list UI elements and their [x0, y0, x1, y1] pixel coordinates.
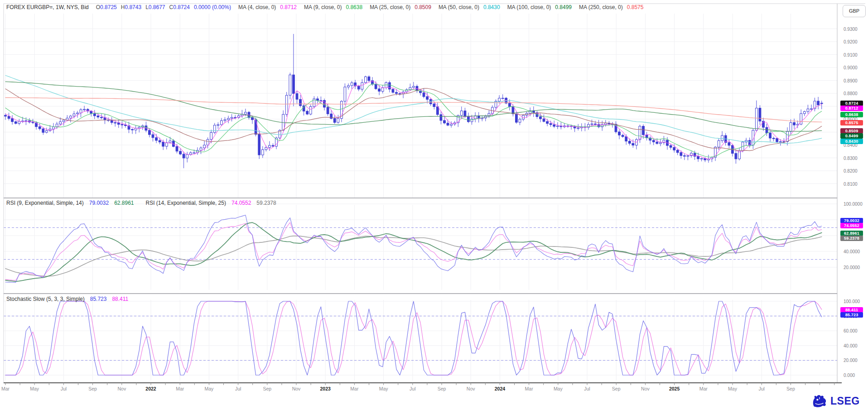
price-axis-label: 0.8100	[844, 182, 858, 187]
chart-legend: FOREX EURGBP=, 1W, NYS, Bid O0.8725H0.87…	[6, 4, 643, 10]
price-badge: 0.8430	[840, 139, 863, 144]
lseg-logo-text: LSEG	[830, 395, 860, 407]
rsi-title-part: 59.2378	[256, 200, 276, 206]
ma-legend-item: MA (25, close, 0)0.8509	[370, 4, 431, 10]
time-axis-label: Sep	[438, 386, 446, 391]
stoch-badge: 85.723	[840, 312, 863, 318]
time-axis-label: Mar	[525, 386, 533, 391]
price-axis-label: 0.8200	[844, 169, 858, 174]
ohlc-item: L0.8677	[145, 4, 165, 10]
ma-label: MA (50, close, 0)	[439, 4, 479, 10]
time-axis-label: Jul	[758, 386, 764, 391]
ohlc-key: L	[145, 4, 149, 10]
price-badge: 0.8499	[840, 133, 863, 139]
currency-axis-button[interactable]: GBP	[843, 5, 866, 17]
time-axis-label: Sep	[263, 386, 271, 391]
stoch-title-part: Stochastic Slow (5, 3, 3, Simple)	[6, 296, 85, 302]
ohlc-item: C0.8724	[169, 4, 190, 10]
rsi-title-part: RSI (9, Exponential, Simple, 14)	[6, 200, 84, 206]
ma-label: MA (4, close, 0)	[238, 4, 276, 10]
ma-legend-item: MA (250, close, 0)0.8575	[579, 4, 643, 10]
time-axis-label: Mar	[699, 386, 708, 391]
ma-legend-item: MA (4, close, 0)0.8712	[238, 4, 297, 10]
time-axis-label: Sep	[612, 386, 621, 391]
rsi-title-part: RSI (14, Exponential, Simple, 25)	[146, 200, 226, 206]
price-axis-label: 0.8300	[844, 156, 858, 161]
price-axis-label: 0.9100	[844, 53, 858, 58]
rsi-badge: 59.2378	[840, 236, 863, 241]
stoch-title-part: 85.723	[90, 296, 107, 302]
ma-label: MA (25, close, 0)	[370, 4, 410, 10]
change-value: 0.0000 (0.00%)	[194, 4, 231, 10]
time-axis-label: 2024	[495, 386, 505, 391]
lseg-logo: LSEG	[811, 394, 860, 408]
time-axis-label: 2023	[320, 386, 331, 391]
price-badge: 0.8712	[840, 106, 863, 111]
rsi-axis-label: 20.0000	[844, 265, 860, 270]
time-axis-label: Nov	[467, 386, 475, 391]
time-axis-label: 2025	[669, 386, 680, 391]
ma-legend-item: MA (9, close, 0)0.8638	[304, 4, 362, 10]
ma-value: 0.8575	[627, 4, 644, 10]
ma-legend: MA (4, close, 0)0.8712MA (9, close, 0)0.…	[238, 4, 644, 10]
ma-value: 0.8499	[555, 4, 572, 10]
rsi-title-part: 79.0032	[89, 200, 109, 206]
ohlc-item: H0.8743	[121, 4, 141, 10]
ma-label: MA (100, close, 0)	[507, 4, 551, 10]
time-axis-label: May	[728, 386, 737, 391]
time-axis-label: Mar	[1, 386, 10, 391]
time-axis-label: Jul	[410, 386, 415, 391]
price-axis-label: 0.9300	[844, 27, 858, 32]
time-axis-label: Jul	[584, 386, 590, 391]
time-axis-label: 2022	[145, 386, 156, 391]
rsi-axis-label: 40.0000	[844, 249, 860, 254]
time-axis-label: May	[30, 386, 39, 391]
time-axis-label: Sep	[786, 386, 795, 391]
ma-value: 0.8430	[483, 4, 500, 10]
charting-app-window: FOREX EURGBP=, 1W, NYS, Bid O0.8725H0.87…	[0, 0, 868, 410]
ohlc-value: 0.8677	[149, 4, 165, 10]
price-badge: 0.8575	[840, 120, 863, 125]
ohlc-key: O	[96, 4, 100, 10]
stoch-title-part: 88.411	[112, 296, 128, 302]
price-axis-label: 0.8900	[844, 78, 858, 83]
rsi-badge: 74.0552	[840, 223, 863, 228]
ma-label: MA (9, close, 0)	[304, 4, 342, 10]
time-axis-label: Mar	[176, 386, 184, 391]
ohlc-value: 0.8725	[100, 4, 117, 10]
ohlc-key: C	[169, 4, 174, 10]
ohlc-item: O0.8725	[96, 4, 117, 10]
stoch-axis-label: 60.000	[844, 328, 858, 333]
time-axis-label: Nov	[117, 386, 126, 391]
rsi-pane-title: RSI (9, Exponential, Simple, 14)79.00326…	[6, 200, 276, 206]
instrument-title: FOREX EURGBP=, 1W, NYS, Bid	[6, 4, 89, 10]
stoch-axis-label: 0.000	[844, 373, 855, 378]
time-axis-label: Nov	[641, 386, 650, 391]
lseg-crest-icon	[811, 394, 828, 408]
rsi-title-part: 74.0552	[231, 200, 251, 206]
ohlc-values: O0.8725H0.8743L0.8677C0.87240.0000 (0.00…	[96, 4, 231, 10]
time-axis-label: Nov	[292, 386, 301, 391]
price-badge: 0.8638	[840, 112, 863, 117]
stoch-axis-label: 20.000	[844, 358, 858, 363]
stoch-axis-label: 40.000	[844, 343, 858, 348]
ohlc-value: 0.8743	[125, 4, 141, 10]
price-axis-label: 0.9200	[844, 39, 858, 44]
ohlc-value: 0.8724	[173, 4, 190, 10]
rsi-axis-label: 100.0000	[844, 202, 863, 207]
ma-legend-item: MA (100, close, 0)0.8499	[507, 4, 572, 10]
rsi-title-part: 62.8961	[114, 200, 134, 206]
price-axis-label: 0.8800	[844, 91, 858, 96]
ma-label: MA (250, close, 0)	[579, 4, 623, 10]
time-axis-label: Jul	[235, 386, 241, 391]
stoch-pane-title: Stochastic Slow (5, 3, 3, Simple)85.7238…	[6, 296, 128, 302]
time-axis-label: Sep	[88, 386, 97, 391]
stoch-axis-label: 100.000	[844, 299, 860, 304]
ma-value: 0.8712	[280, 4, 297, 10]
price-axis-label: 0.9000	[844, 65, 858, 70]
ma-value: 0.8509	[415, 4, 431, 10]
time-axis-label: Mar	[350, 386, 358, 391]
ma-value: 0.8638	[346, 4, 362, 10]
time-axis-label: May	[204, 386, 213, 391]
time-axis-label: Jul	[61, 386, 67, 391]
